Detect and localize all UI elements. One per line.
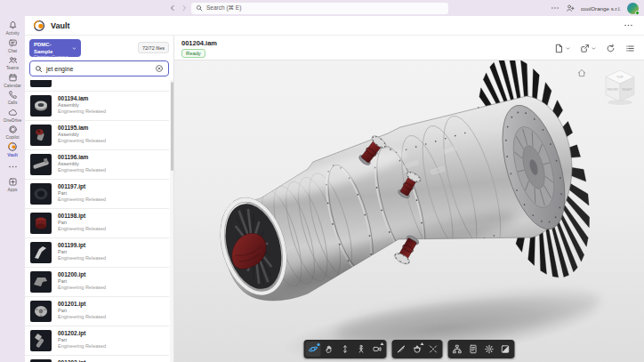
refresh-button[interactable]: [606, 44, 616, 53]
file-type: Part: [58, 308, 106, 314]
file-row[interactable]: 001201.iptPartEngineering Released: [25, 297, 169, 326]
more-icon: [8, 162, 18, 172]
rail-item-label: Calls: [8, 101, 18, 105]
rail-item-apps[interactable]: Apps: [0, 176, 25, 194]
vault-logo-icon: [7, 141, 18, 152]
file-thumbnail-partial: [30, 80, 52, 87]
rail-item-onedrive[interactable]: OneDrive: [0, 107, 25, 125]
file-type: Assembly: [58, 102, 106, 109]
rail-item-label: Copilot: [6, 135, 20, 140]
app-title: Vault: [51, 21, 70, 30]
first-person-tool-button[interactable]: [354, 342, 369, 357]
file-count-badge: 72/72 files: [138, 42, 169, 53]
file-thumbnail-bracket: [30, 271, 52, 293]
section-tool-button[interactable]: [410, 342, 425, 357]
forward-icon[interactable]: [180, 2, 188, 13]
camera-tool-button[interactable]: [370, 342, 385, 357]
view-cube[interactable]: TOP FRONT RIGHT: [603, 68, 637, 106]
file-status: Engineering Released: [58, 343, 106, 350]
file-row[interactable]: 001194.iamAssemblyEngineering Released: [25, 92, 169, 121]
rail-item-more[interactable]: [0, 158, 25, 176]
file-row[interactable]: 001202.iptPartEngineering Released: [25, 326, 169, 356]
file-type: Part: [58, 249, 106, 255]
orbit-tool-button[interactable]: [306, 342, 321, 357]
settings-icon: [485, 344, 495, 354]
cad-viewer[interactable]: TOP FRONT RIGHT: [174, 60, 644, 362]
zoom-tool-button[interactable]: [338, 342, 353, 357]
file-thumbnail-nut: [30, 95, 52, 117]
measure-icon: [397, 344, 407, 354]
active-dot: [317, 343, 319, 346]
apps-icon: [8, 177, 18, 187]
avatar[interactable]: [627, 3, 639, 14]
fullscreen-tool-button[interactable]: [498, 342, 513, 357]
file-name: 001197.ipt: [58, 183, 106, 190]
person-add-icon[interactable]: [566, 4, 575, 12]
file-row[interactable]: 001198.iptPartEngineering Released: [25, 209, 169, 238]
calendar-icon: [8, 73, 18, 83]
search-icon: [196, 4, 203, 12]
app-more-icon[interactable]: [624, 20, 633, 30]
file-status: Engineering Released: [58, 138, 106, 144]
rail-item-chat[interactable]: Chat: [0, 37, 25, 55]
teams-window: Search (⌘ E) coolOrange s.r.l. ActivityC…: [0, 0, 644, 362]
account-name[interactable]: coolOrange s.r.l.: [581, 5, 621, 12]
viewcube-top-label[interactable]: TOP: [616, 76, 624, 79]
model-browser-tool-button[interactable]: [450, 342, 465, 357]
zoom-icon: [341, 344, 350, 354]
rail-item-label: Teams: [6, 66, 19, 70]
file-row[interactable]: 001196.iamAssemblyEngineering Released: [25, 150, 169, 180]
list-view-button[interactable]: [625, 44, 635, 53]
document-button[interactable]: [554, 44, 570, 53]
rail-item-activity[interactable]: Activity: [0, 20, 25, 37]
vault-selector-button[interactable]: PDMC-Sample Christian Gessner: [29, 39, 81, 57]
settings-tool-button[interactable]: [482, 342, 497, 357]
file-name: 001199.ipt: [58, 242, 106, 249]
rail-item-vault[interactable]: Vault: [0, 141, 25, 159]
file-type: Part: [58, 190, 106, 197]
global-search-input[interactable]: Search (⌘ E): [191, 3, 448, 14]
file-thumbnail-flange-red: [30, 213, 52, 234]
cloud-icon: [8, 108, 18, 117]
file-row[interactable]: 001199.iptPartEngineering Released: [25, 238, 169, 268]
file-type: Assembly: [58, 161, 106, 167]
file-search-input[interactable]: jet engine: [29, 60, 169, 76]
explode-tool-button[interactable]: [426, 342, 441, 357]
home-view-icon[interactable]: [576, 66, 587, 76]
rail-item-calls[interactable]: Calls: [0, 89, 25, 107]
scrollbar-thumb[interactable]: [171, 82, 173, 171]
file-list-scrollbar[interactable]: [170, 80, 173, 362]
viewcube-right-label[interactable]: RIGHT: [622, 88, 632, 92]
file-row[interactable]: 001195.iamAssemblyEngineering Released: [25, 121, 169, 150]
toolbar-group-navigation: [304, 340, 387, 358]
measure-tool-button[interactable]: [394, 342, 409, 357]
toolbar-group-analysis: [392, 340, 443, 358]
copilot-icon: [8, 125, 18, 134]
file-thumbnail-shaft: [30, 154, 52, 175]
file-thumbnail-disc: [30, 183, 52, 205]
file-row[interactable]: 001200.iptPartEngineering Released: [25, 268, 169, 297]
topbar-more-icon[interactable]: [551, 4, 559, 12]
search-placeholder: Search (⌘ E): [206, 4, 241, 12]
file-status: Engineering Released: [58, 314, 106, 320]
file-list: Engineering Released001194.iamAssemblyEn…: [25, 80, 169, 362]
section-icon: [413, 344, 423, 354]
submenu-caret-icon: [381, 342, 384, 345]
export-button[interactable]: [580, 44, 596, 53]
rail-item-calendar[interactable]: Calendar: [0, 72, 25, 90]
back-icon[interactable]: [168, 2, 176, 13]
file-row[interactable]: Engineering Released: [25, 80, 169, 92]
rail-item-label: OneDrive: [4, 118, 21, 123]
file-row[interactable]: 001203.iptPartEngineering Released: [25, 356, 169, 362]
chevron-down-icon: [592, 46, 596, 51]
pan-tool-button[interactable]: [322, 342, 337, 357]
properties-tool-button[interactable]: [466, 342, 481, 357]
jet-engine-model[interactable]: [174, 60, 644, 362]
viewcube-front-label[interactable]: FRONT: [608, 88, 619, 92]
coolorange-vault-logo-icon: [33, 20, 45, 32]
file-name: 001198.ipt: [58, 213, 106, 220]
rail-item-teams[interactable]: Teams: [0, 54, 25, 72]
rail-item-copilot[interactable]: Copilot: [0, 124, 25, 141]
file-row[interactable]: 001197.iptPartEngineering Released: [25, 180, 169, 209]
clear-search-icon[interactable]: [155, 64, 164, 73]
